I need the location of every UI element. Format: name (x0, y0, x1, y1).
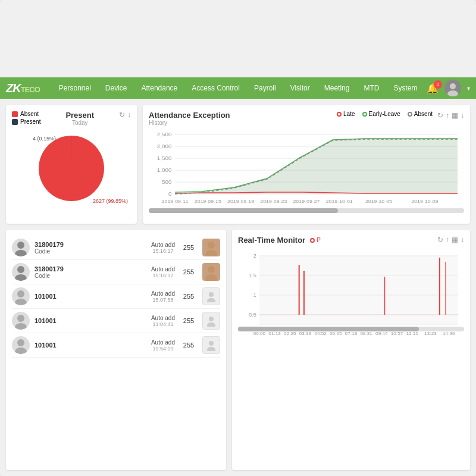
nav-access-control[interactable]: Access Control (184, 77, 247, 99)
svg-point-27 (208, 242, 215, 249)
nav-meeting[interactable]: Meeting (317, 77, 357, 99)
svg-text:12:10: 12:10 (406, 331, 418, 336)
legend-absent: Absent (12, 111, 40, 117)
absent-label: Absent (20, 111, 39, 117)
svg-point-35 (209, 292, 214, 297)
nav-system[interactable]: System (386, 77, 424, 99)
present-legend: Absent Present (12, 111, 40, 127)
nav-visitor[interactable]: Visitor (283, 77, 317, 99)
log-door: 255 (180, 342, 198, 349)
log-action: Auto add 15:16:12 (151, 266, 175, 278)
user-dropdown-arrow[interactable]: ▾ (467, 85, 470, 92)
svg-point-42 (15, 347, 27, 354)
svg-point-44 (207, 347, 215, 351)
legend-present: Present (12, 118, 40, 125)
log-photo (202, 239, 220, 256)
attendance-exception-widget: Attendance Exception History Late Early-… (143, 105, 470, 224)
svg-text:07:18: 07:18 (345, 331, 358, 336)
log-item: 31800179 Codie Auto add 15:16:17 255 (12, 236, 220, 260)
svg-text:06:05: 06:05 (330, 331, 342, 336)
log-name: Codie (35, 273, 146, 279)
realtime-bar-icon[interactable]: ▦ (452, 236, 458, 244)
log-action: Auto add 15:16:17 (151, 242, 175, 254)
realtime-upload-icon[interactable]: ↑ (446, 236, 449, 244)
user-avatar-button[interactable] (444, 80, 461, 96)
svg-text:2019-10-05: 2019-10-05 (365, 198, 392, 203)
log-photo (202, 336, 220, 354)
present-refresh-icon[interactable]: ↻ (119, 111, 125, 119)
brand-eco: TECO (21, 85, 40, 94)
notification-badge: 0 (434, 80, 442, 89)
log-info: 31800179 Codie (35, 265, 146, 279)
row2: 31800179 Codie Auto add 15:16:17 255 (6, 230, 470, 470)
legend-absent-chart: Absent (408, 111, 433, 117)
present-legend-list: Absent Present (12, 111, 40, 125)
nav-mtd[interactable]: MTD (356, 77, 386, 99)
realtime-download-icon[interactable]: ↓ (461, 236, 464, 244)
realtime-scrollbar-thumb (238, 327, 419, 331)
app-screen: ZKTECO Personnel Device Attendance Acces… (0, 0, 476, 476)
log-avatar (12, 312, 30, 330)
svg-point-0 (450, 83, 456, 89)
svg-text:13:23: 13:23 (424, 331, 437, 336)
svg-text:2,000: 2,000 (157, 143, 172, 149)
absent-percent-label: 4 (0.15%) (33, 136, 56, 142)
attendance-download-icon[interactable]: ↓ (461, 111, 464, 120)
svg-point-37 (17, 315, 24, 322)
log-id: 101001 (35, 342, 146, 349)
attendance-header: Attendance Exception History Late Early-… (149, 111, 464, 126)
attendance-title: Attendance Exception (149, 111, 230, 120)
log-item: 101001 Auto add 15:07:58 255 (12, 284, 220, 309)
notification-bell[interactable]: 🔔 0 (427, 83, 439, 94)
realtime-title-area: Real-Time Monitor P (238, 236, 321, 245)
top-spacer (0, 0, 476, 77)
early-leave-circle (362, 112, 367, 117)
nav-personnel[interactable]: Personnel (52, 77, 98, 99)
log-avatar (12, 239, 30, 256)
attendance-actions: ↻ ↑ ▦ ↓ (437, 111, 464, 120)
svg-text:0: 0 (168, 190, 172, 196)
svg-text:2019-09-19: 2019-09-19 (227, 198, 254, 203)
nav-payroll[interactable]: Payroll (247, 77, 283, 99)
attendance-bar-icon[interactable]: ▦ (452, 111, 458, 120)
svg-text:2: 2 (253, 253, 256, 259)
svg-text:0.5: 0.5 (249, 312, 256, 318)
attendance-scrollbar[interactable] (149, 208, 464, 213)
svg-text:2019-09-11: 2019-09-11 (162, 198, 189, 203)
svg-point-25 (17, 242, 24, 249)
attendance-chart: 2,500 2,000 1,500 1,000 500 0 (149, 129, 464, 206)
log-info: 101001 (35, 342, 146, 349)
svg-text:500: 500 (162, 178, 172, 184)
svg-text:1,000: 1,000 (157, 167, 172, 173)
svg-point-40 (207, 322, 215, 327)
log-photo (202, 312, 220, 330)
svg-point-1 (447, 90, 458, 96)
present-widget-header: Absent Present Present Today (12, 111, 131, 127)
present-download-icon[interactable]: ↓ (127, 111, 131, 119)
svg-point-34 (15, 299, 27, 305)
realtime-scrollbar[interactable] (238, 327, 464, 331)
nav-attendance[interactable]: Attendance (134, 77, 185, 99)
log-info: 101001 (35, 293, 146, 300)
log-item: 31800179 Codie Auto add 15:16:12 255 (12, 260, 220, 284)
svg-text:02:26: 02:26 (284, 331, 296, 336)
svg-point-36 (207, 298, 215, 302)
log-action: Auto add 10:54:00 (151, 339, 175, 352)
attendance-refresh-icon[interactable]: ↻ (437, 111, 443, 120)
realtime-title: Real-Time Monitor (238, 236, 305, 245)
log-avatar (12, 336, 30, 354)
present-pie-chart: 4 (0.15%) 2627 (99.85%) (12, 130, 131, 207)
log-id: 31800179 (35, 241, 146, 248)
svg-point-26 (15, 250, 27, 256)
present-title-area: Present Today (65, 111, 94, 126)
absent-circle (408, 112, 412, 117)
present-widget: Absent Present Present Today (6, 105, 137, 224)
log-photo (202, 287, 220, 305)
log-item: 101001 Auto add 10:54:00 255 (12, 333, 220, 358)
svg-rect-54 (259, 256, 458, 324)
svg-text:09:44: 09:44 (375, 331, 388, 336)
nav-device[interactable]: Device (98, 77, 134, 99)
attendance-upload-icon[interactable]: ↑ (446, 111, 449, 120)
realtime-refresh-icon[interactable]: ↻ (437, 236, 443, 244)
legend-late: Late (337, 111, 355, 117)
